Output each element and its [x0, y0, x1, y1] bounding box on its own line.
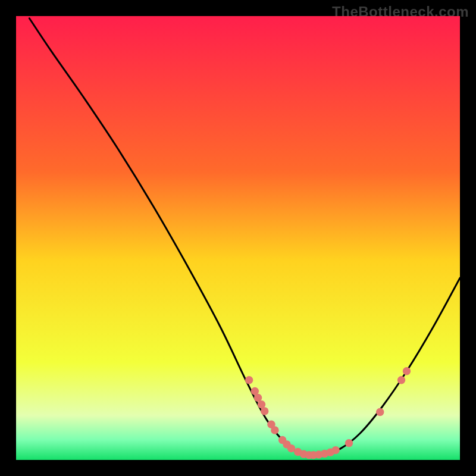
curve-dot: [331, 446, 339, 454]
curve-dot: [397, 376, 405, 384]
gradient-background: [16, 16, 460, 460]
plot-svg: [16, 16, 460, 460]
curve-dot: [403, 367, 411, 375]
curve-dot: [271, 426, 278, 434]
plot-area: [16, 16, 460, 460]
curve-dot: [376, 408, 384, 416]
chart-stage: TheBottleneck.com: [0, 0, 476, 476]
curve-dot: [261, 407, 268, 415]
curve-dot: [345, 439, 353, 447]
curve-dot: [245, 376, 253, 384]
